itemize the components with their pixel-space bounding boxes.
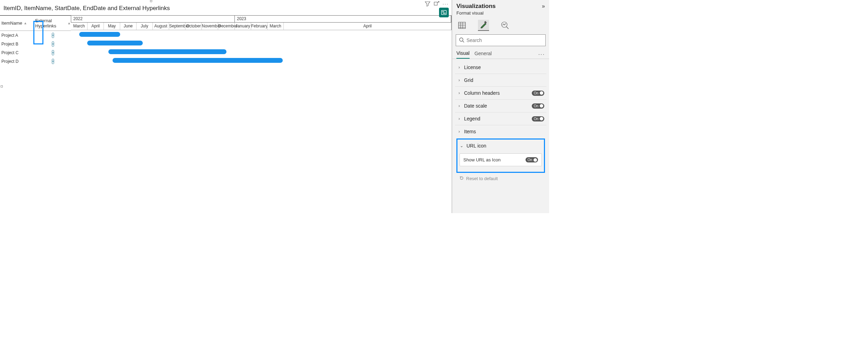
section-grid[interactable]: ›Grid: [455, 74, 546, 86]
month-header: November: [201, 23, 218, 30]
timeline-area: 2022 2023 March April May June July Augu…: [71, 15, 452, 66]
section-column-headers[interactable]: ›Column headers On: [455, 86, 546, 99]
sort-asc-icon: ▲: [24, 21, 27, 25]
section-label: URL icon: [466, 143, 486, 149]
toggle-label: On: [534, 91, 538, 95]
filter-icon[interactable]: [424, 1, 431, 7]
month-header: May: [104, 23, 120, 30]
table-row: Project C 🔗: [0, 48, 71, 57]
month-header: April: [87, 23, 104, 30]
month-header: February: [251, 23, 267, 30]
gantt-bar[interactable]: [113, 58, 283, 63]
section-label: License: [464, 65, 481, 70]
gantt-bar[interactable]: [79, 32, 120, 37]
toggle-column-headers[interactable]: On: [532, 91, 544, 96]
section-license[interactable]: ›License: [455, 61, 546, 74]
gantt-bars-area: [71, 30, 452, 66]
section-label: Date scale: [464, 103, 487, 109]
month-header: July: [136, 23, 152, 30]
svg-rect-10: [484, 21, 487, 24]
reset-icon: [459, 176, 464, 182]
column-header-label: ItemName: [1, 20, 22, 26]
row-label: Project D: [0, 59, 35, 64]
month-header-row: March April May June July August Septemb…: [71, 23, 452, 30]
resize-handle[interactable]: [150, 0, 152, 2]
table-row: Project A 🔗: [0, 31, 71, 40]
reset-to-default-button[interactable]: Reset to default: [455, 174, 546, 184]
chevron-right-icon: ›: [457, 65, 461, 70]
chevron-down-icon: ⌄: [460, 143, 464, 148]
link-icon[interactable]: 🔗: [49, 32, 57, 39]
svg-rect-3: [443, 13, 446, 14]
search-input[interactable]: [466, 37, 543, 43]
link-icon[interactable]: 🔗: [49, 49, 57, 56]
panel-title: Visualizations: [456, 3, 496, 10]
more-options-icon[interactable]: ···: [443, 1, 449, 7]
row-label: Project A: [0, 33, 35, 38]
toggle-label: On: [528, 158, 532, 162]
row-label: Project C: [0, 50, 35, 55]
section-label: Legend: [464, 116, 480, 121]
gantt-bar[interactable]: [87, 41, 143, 45]
chevron-right-icon: ›: [457, 78, 461, 83]
month-header: August: [152, 23, 169, 30]
tab-visual[interactable]: Visual: [456, 50, 470, 59]
gantt-bar[interactable]: [108, 49, 226, 54]
toggle-date-scale[interactable]: On: [532, 103, 544, 109]
search-icon: [459, 37, 464, 44]
section-items[interactable]: ›Items: [455, 125, 546, 138]
resize-handle[interactable]: [1, 85, 3, 87]
collapse-panel-icon[interactable]: »: [542, 3, 545, 9]
row-header-area: ItemName ▲ External Hyperlinks ▲ Project…: [0, 15, 71, 66]
toggle-show-url-as-icon[interactable]: On: [526, 157, 538, 162]
column-header-label: External Hyperlinks: [35, 18, 66, 28]
format-visual-icon[interactable]: [478, 20, 489, 31]
option-show-url-as-icon: Show URL as Icon On: [460, 153, 542, 166]
link-icon[interactable]: 🔗: [49, 58, 57, 65]
section-label: Grid: [464, 77, 473, 83]
month-header: April: [283, 23, 451, 30]
chevron-right-icon: ›: [457, 91, 461, 95]
link-icon[interactable]: 🔗: [49, 40, 57, 48]
sort-asc-icon: ▲: [67, 21, 71, 25]
chevron-right-icon: ›: [457, 116, 461, 121]
svg-point-13: [460, 38, 463, 41]
tab-general[interactable]: General: [474, 51, 492, 58]
build-visual-icon[interactable]: [456, 20, 468, 31]
row-label: Project B: [0, 42, 35, 47]
tab-more-icon[interactable]: ···: [538, 51, 545, 58]
month-header: December: [218, 23, 234, 30]
table-row: Project B 🔗: [0, 40, 71, 48]
svg-rect-2: [442, 11, 444, 12]
month-header: October: [185, 23, 201, 30]
column-header-itemname[interactable]: ItemName ▲: [0, 20, 34, 26]
chevron-right-icon: ›: [457, 103, 461, 108]
column-header-hyperlinks[interactable]: External Hyperlinks ▲: [34, 18, 71, 28]
svg-rect-1: [441, 10, 446, 15]
search-input-wrapper[interactable]: [456, 34, 546, 46]
year-header: 2023: [235, 16, 451, 22]
section-url-icon[interactable]: ⌄URL icon: [457, 140, 544, 152]
visualizations-panel: Visualizations » Format visual: [452, 0, 549, 213]
visual-type-badge-icon: [439, 8, 449, 17]
analytics-icon[interactable]: [499, 20, 511, 31]
chevron-right-icon: ›: [457, 129, 461, 134]
year-header: 2022: [71, 16, 235, 22]
month-header: June: [120, 23, 136, 30]
month-header: March: [267, 23, 283, 30]
section-date-scale[interactable]: ›Date scale On: [455, 99, 546, 112]
toggle-legend[interactable]: On: [532, 116, 544, 121]
month-header: January: [234, 23, 251, 30]
highlight-annotation: ⌄URL icon Show URL as Icon On: [456, 138, 545, 173]
month-header: September: [169, 23, 185, 30]
svg-line-14: [463, 41, 464, 42]
gantt-visual: ··· ItemID, ItemName, StartDate, EndDate…: [0, 0, 452, 213]
panel-subtitle: Format visual: [452, 10, 549, 18]
section-legend[interactable]: ›Legend On: [455, 112, 546, 125]
svg-rect-0: [434, 2, 437, 5]
focus-mode-icon[interactable]: [433, 1, 440, 7]
month-header: March: [71, 23, 87, 30]
reset-label: Reset to default: [466, 176, 498, 181]
visual-title: ItemID, ItemName, StartDate, EndDate and…: [0, 0, 452, 15]
toggle-label: On: [534, 104, 538, 108]
